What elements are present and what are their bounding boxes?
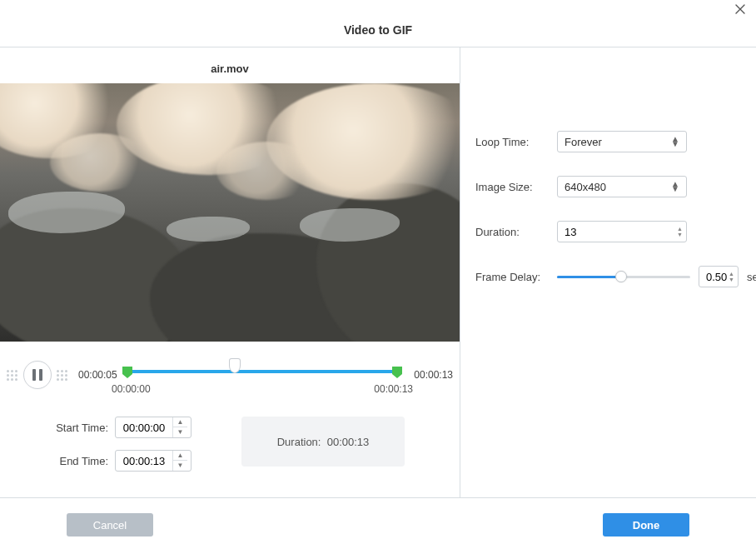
duration-label: Duration: xyxy=(277,436,321,448)
stepper-up-icon[interactable]: ▲ xyxy=(173,451,187,461)
loop-time-select[interactable]: Forever ▲▼ xyxy=(557,131,687,152)
source-filename: air.mov xyxy=(0,47,460,83)
trim-end-handle[interactable] xyxy=(392,367,402,378)
frame-delay-label: Frame Delay: xyxy=(475,271,547,283)
close-icon[interactable] xyxy=(734,3,746,15)
playhead-handle[interactable] xyxy=(229,358,241,373)
pause-icon xyxy=(32,369,42,381)
duration-value: 00:00:13 xyxy=(327,436,370,448)
duration-option-value[interactable] xyxy=(565,226,679,238)
trim-start-time: 00:00:00 xyxy=(112,383,151,395)
current-time: 00:00:05 xyxy=(78,369,127,381)
stepper-up-icon[interactable]: ▲ xyxy=(729,271,734,277)
end-time-value[interactable] xyxy=(116,455,172,467)
trim-end-time: 00:00:13 xyxy=(374,383,413,395)
clip-end-time: 00:00:13 xyxy=(405,369,453,381)
timeline-line xyxy=(127,370,398,373)
terrain-decoration xyxy=(316,183,460,342)
start-time-input[interactable]: ▲ ▼ xyxy=(115,417,191,438)
start-time-value[interactable] xyxy=(116,422,172,434)
end-time-label: End Time: xyxy=(50,455,108,467)
frame-delay-value[interactable] xyxy=(706,271,731,283)
frame-delay-slider[interactable] xyxy=(557,270,690,283)
stepper-down-icon[interactable]: ▼ xyxy=(173,427,187,437)
stepper-down-icon[interactable]: ▼ xyxy=(729,277,734,282)
video-preview[interactable] xyxy=(0,83,460,342)
image-size-value: 640x480 xyxy=(565,181,606,193)
loop-time-label: Loop Time: xyxy=(475,136,547,148)
select-caret-icon: ▲▼ xyxy=(671,137,679,147)
cloud-decoration xyxy=(50,133,150,192)
cancel-button[interactable]: Cancel xyxy=(67,513,153,537)
duration-option-label: Duration: xyxy=(475,226,547,238)
duration-display: Duration: 00:00:13 xyxy=(241,417,405,467)
drag-grip-icon[interactable] xyxy=(7,370,18,381)
play-pause-button[interactable] xyxy=(23,361,52,389)
start-time-label: Start Time: xyxy=(50,422,108,434)
frame-delay-unit: sec xyxy=(747,271,756,283)
stepper-up-icon[interactable]: ▲ xyxy=(677,226,683,232)
frame-delay-input[interactable]: ▲ ▼ xyxy=(699,266,739,287)
stepper-down-icon[interactable]: ▼ xyxy=(677,232,683,237)
end-time-input[interactable]: ▲ ▼ xyxy=(115,450,191,472)
image-size-select[interactable]: 640x480 ▲▼ xyxy=(557,176,687,197)
select-caret-icon: ▲▼ xyxy=(671,182,679,192)
drag-grip-icon[interactable] xyxy=(57,370,68,381)
cloud-decoration xyxy=(216,142,316,200)
duration-input[interactable]: ▲ ▼ xyxy=(557,221,687,242)
timeline-track[interactable]: 00:00:00 00:00:13 xyxy=(127,358,398,392)
loop-time-value: Forever xyxy=(565,136,602,148)
page-title: Video to GIF xyxy=(0,20,756,47)
image-size-label: Image Size: xyxy=(475,181,547,193)
slider-fill xyxy=(557,276,621,278)
stepper-up-icon[interactable]: ▲ xyxy=(173,417,187,427)
done-button[interactable]: Done xyxy=(603,513,689,537)
slider-thumb[interactable] xyxy=(615,271,627,282)
stepper-down-icon[interactable]: ▼ xyxy=(173,461,187,471)
